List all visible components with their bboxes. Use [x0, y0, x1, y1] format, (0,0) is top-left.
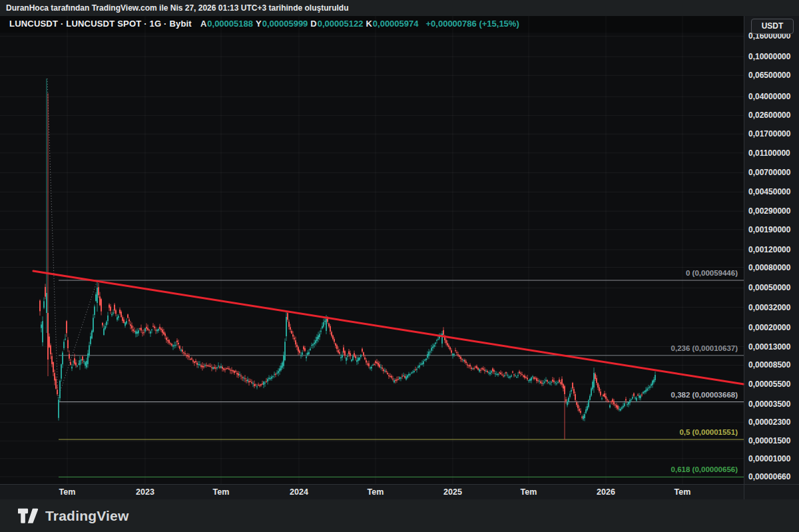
candle-body	[316, 337, 318, 341]
candle-body	[254, 384, 255, 386]
candle-body	[465, 362, 467, 363]
ohlc-value: 0,00005188	[207, 19, 253, 29]
candle-wick	[174, 342, 175, 348]
candle-body	[593, 373, 595, 388]
candle-body	[338, 350, 339, 353]
candle-wick	[184, 352, 184, 356]
candle-body	[445, 340, 447, 344]
candle-body	[219, 367, 220, 368]
candle-body	[98, 287, 99, 295]
chart-background	[0, 16, 799, 499]
candle-wick	[403, 373, 404, 377]
candle-body	[146, 327, 147, 329]
ohlc-value: 0,00005122	[318, 19, 364, 29]
candle-wick	[144, 329, 144, 335]
candle-body	[263, 382, 264, 385]
candle-body	[212, 367, 214, 369]
candle-wick	[555, 381, 556, 386]
candle-body	[375, 361, 376, 363]
candle-body	[176, 340, 178, 342]
price-tick-label: 0,00001500	[748, 436, 791, 445]
candle-wick	[503, 374, 504, 378]
candle-body	[208, 366, 210, 366]
candle-body	[576, 402, 577, 405]
candle-body	[296, 345, 298, 347]
candle-body	[85, 362, 86, 366]
candle-body	[178, 343, 179, 344]
candle-body	[457, 354, 459, 356]
candle-body	[433, 345, 435, 347]
candle-body	[613, 401, 615, 404]
candle-body	[617, 405, 619, 409]
candle-body	[376, 362, 378, 364]
candle-body	[367, 364, 368, 365]
candle-wick	[454, 353, 455, 357]
candle-body	[647, 388, 648, 390]
candle-body	[140, 328, 142, 330]
candle-body	[382, 368, 383, 369]
candle-body	[499, 372, 500, 373]
candle-wick	[417, 368, 417, 373]
candle-wick	[623, 403, 624, 409]
candle-body	[251, 382, 252, 383]
candle-body	[198, 364, 199, 365]
candle-body	[556, 384, 557, 384]
ohlc-value: 0,00005999	[262, 19, 308, 29]
candle-body	[200, 366, 202, 367]
candle-body	[489, 373, 491, 374]
fib-label: 0,618 (0,00000656)	[671, 465, 738, 473]
candle-body	[540, 382, 541, 384]
candle-body	[604, 394, 605, 397]
candle-wick	[173, 344, 174, 350]
candle-wick	[619, 406, 620, 411]
candle-wick	[393, 376, 394, 381]
candle-body	[456, 352, 457, 353]
candle-body	[242, 378, 243, 378]
candle-wick	[455, 348, 456, 352]
candle-body	[364, 358, 366, 360]
candle-wick	[241, 374, 242, 380]
candle-body	[383, 370, 384, 371]
candle-body	[608, 401, 609, 401]
currency-toggle-button[interactable]: USDT	[751, 19, 794, 34]
price-tick-label: 0,01100000	[748, 148, 790, 158]
candle-body	[343, 348, 344, 353]
time-tick-label: 2023	[136, 487, 154, 497]
candle-body	[637, 395, 639, 396]
tradingview-footer-link[interactable]: TradingView	[0, 499, 799, 532]
candle-body	[587, 406, 588, 410]
candle-body	[130, 324, 131, 326]
candle-body	[77, 366, 78, 366]
candle-body	[509, 376, 511, 378]
candle-body	[256, 386, 258, 387]
candle-body	[541, 383, 543, 384]
candle-wick	[615, 403, 616, 408]
candle-wick	[438, 336, 439, 341]
candle-body	[503, 376, 504, 376]
candle-body	[492, 368, 493, 371]
candle-wick	[522, 372, 523, 376]
price-tick-label: 0,00001000	[748, 454, 791, 463]
price-chart-canvas[interactable]: 0 (0,00059446)0,236 (0,00010637)0,382 (0…	[0, 0, 799, 499]
candle-body	[519, 372, 520, 373]
candle-body	[581, 417, 583, 417]
candle-body	[202, 366, 203, 367]
candle-body	[569, 394, 571, 397]
price-tick-label: 0,02600000	[748, 111, 791, 120]
candle-body	[487, 371, 488, 372]
candle-body	[282, 362, 283, 368]
candle-wick	[209, 364, 210, 367]
candle-body	[564, 386, 565, 394]
candle-body	[464, 360, 465, 362]
candle-body	[468, 366, 469, 366]
candle-body	[467, 364, 468, 365]
price-tick-label: 0,00450000	[748, 187, 791, 196]
candle-body	[182, 350, 183, 352]
candle-wick	[149, 329, 150, 334]
candle-body	[78, 364, 79, 364]
candle-body	[595, 374, 596, 379]
candle-body	[232, 370, 234, 372]
candle-body	[126, 321, 127, 324]
candle-body	[106, 322, 107, 325]
candle-wick	[79, 360, 79, 366]
